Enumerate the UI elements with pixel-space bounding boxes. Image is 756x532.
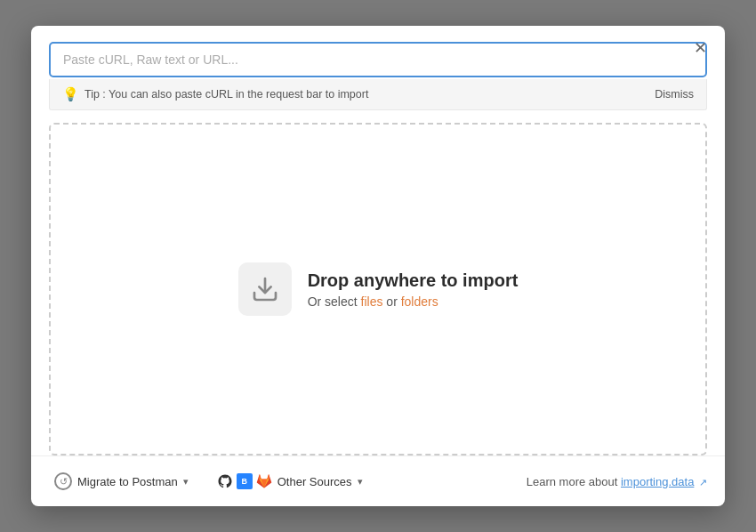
migrate-icon: ↺ bbox=[54, 472, 72, 490]
close-button[interactable]: ✕ bbox=[690, 36, 711, 60]
drop-content: Drop anywhere to import Or select files … bbox=[238, 262, 519, 316]
other-sources-button[interactable]: B Other Sources ▾ bbox=[212, 470, 368, 493]
footer-right: Learn more about importing.data ↗ bbox=[527, 475, 707, 488]
importing-data-link[interactable]: importing.data bbox=[621, 475, 694, 488]
other-sources-label: Other Sources bbox=[277, 475, 352, 488]
footer-left: ↺ Migrate to Postman ▾ B bbox=[49, 469, 368, 494]
other-sources-chevron: ▾ bbox=[358, 476, 363, 488]
migrate-chevron: ▾ bbox=[183, 476, 189, 488]
drop-text: Drop anywhere to import Or select files … bbox=[308, 270, 519, 309]
tip-left: 💡 Tip : You can also paste cURL in the r… bbox=[62, 86, 368, 102]
drop-zone[interactable]: Drop anywhere to import Or select files … bbox=[49, 123, 707, 455]
source-icons: B bbox=[217, 473, 272, 489]
learn-text: Learn more about bbox=[527, 475, 621, 488]
migrate-to-postman-button[interactable]: ↺ Migrate to Postman ▾ bbox=[49, 469, 194, 494]
drop-icon bbox=[238, 262, 292, 316]
import-modal: ✕ 💡 Tip : You can also paste cURL in the… bbox=[31, 26, 725, 506]
modal-footer: ↺ Migrate to Postman ▾ B bbox=[31, 455, 725, 506]
migrate-label: Migrate to Postman bbox=[77, 475, 178, 488]
external-link-icon: ↗ bbox=[699, 477, 707, 488]
modal-body: 💡 Tip : You can also paste cURL in the r… bbox=[31, 26, 725, 455]
github-icon bbox=[217, 473, 233, 489]
tip-bar: 💡 Tip : You can also paste cURL in the r… bbox=[49, 79, 707, 110]
tip-icon: 💡 bbox=[62, 86, 79, 102]
drop-subtext: Or select files or folders bbox=[308, 294, 519, 309]
bitbucket-icon: B bbox=[237, 473, 253, 489]
url-input[interactable] bbox=[49, 42, 707, 77]
gitlab-icon bbox=[256, 473, 272, 489]
dismiss-button[interactable]: Dismiss bbox=[655, 88, 694, 101]
files-link[interactable]: files bbox=[361, 294, 383, 309]
drop-heading: Drop anywhere to import bbox=[308, 270, 519, 291]
tip-text: Tip : You can also paste cURL in the req… bbox=[84, 88, 368, 101]
folders-link[interactable]: folders bbox=[401, 294, 438, 309]
